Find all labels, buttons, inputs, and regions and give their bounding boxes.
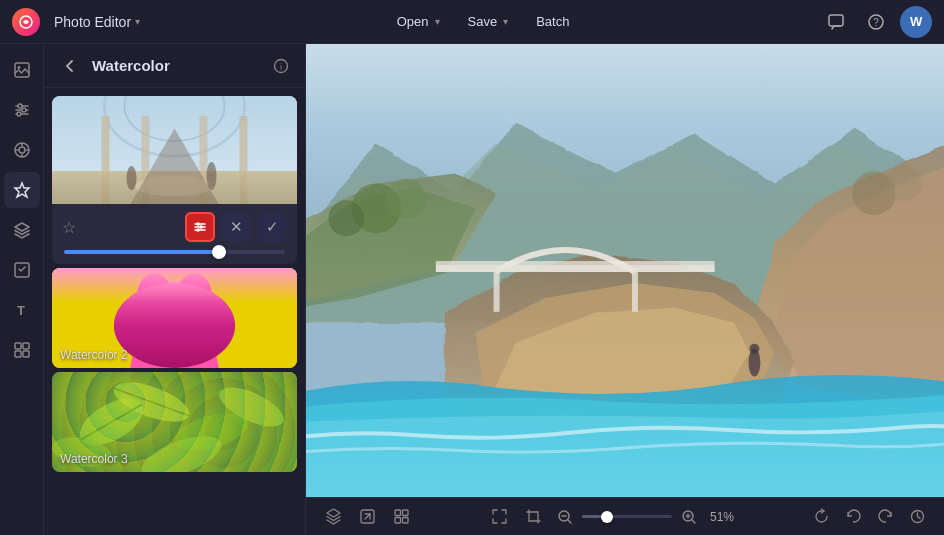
cancel-button[interactable]: ✕ (221, 212, 251, 242)
svg-point-50 (179, 311, 187, 317)
svg-rect-74 (632, 272, 638, 312)
svg-rect-88 (395, 518, 401, 524)
svg-rect-33 (52, 171, 297, 204)
panel-back-button[interactable] (56, 52, 84, 80)
topbar: Photo Editor ▾ Open ▾ Save ▾ Batch ? (0, 0, 944, 44)
svg-text:i: i (280, 62, 282, 72)
zoom-slider-track[interactable] (582, 515, 672, 518)
preset-item-dlx4[interactable]: ☆ ✕ ✓ (52, 96, 297, 264)
sidebar-item-adjustments[interactable] (4, 92, 40, 128)
preset-wc2-label: Watercolor 2 (60, 348, 128, 362)
svg-point-59 (137, 428, 227, 472)
svg-point-46 (137, 273, 173, 323)
sidebar-item-more[interactable] (4, 332, 40, 368)
svg-point-40 (196, 222, 200, 226)
sidebar-item-filters[interactable] (4, 172, 40, 208)
panel: Watercolor i (44, 44, 306, 535)
svg-line-92 (568, 519, 572, 523)
history-icon-button[interactable] (902, 502, 932, 532)
sidebar-item-effects[interactable] (4, 132, 40, 168)
topbar-center-actions: Open ▾ Save ▾ Batch (385, 9, 582, 34)
open-button[interactable]: Open ▾ (385, 9, 452, 34)
save-button[interactable]: Save ▾ (456, 9, 521, 34)
svg-point-9 (18, 104, 22, 108)
svg-point-35 (127, 166, 137, 190)
svg-point-44 (130, 318, 220, 368)
main-area: T Watercolor i (0, 44, 944, 535)
panel-title: Watercolor (92, 57, 261, 74)
app-title-label: Photo Editor (54, 14, 131, 30)
svg-rect-21 (23, 343, 29, 349)
sliders-button[interactable] (185, 212, 215, 242)
sidebar-item-text[interactable]: T (4, 292, 40, 328)
svg-point-54 (72, 389, 151, 455)
svg-rect-72 (436, 265, 715, 272)
canvas-viewport (306, 44, 944, 497)
svg-line-61 (114, 388, 189, 415)
confirm-button[interactable]: ✓ (257, 212, 287, 242)
svg-point-34 (135, 176, 215, 196)
user-initial: W (910, 14, 922, 29)
redo-icon-button[interactable] (870, 502, 900, 532)
refresh-icon-button[interactable] (806, 502, 836, 532)
preset-controls-row: ☆ ✕ ✓ (62, 212, 287, 242)
zoom-controls: 51% (552, 504, 738, 530)
svg-point-83 (749, 344, 759, 354)
crop-icon-button[interactable] (518, 502, 548, 532)
save-chevron-icon: ▾ (503, 16, 508, 27)
svg-point-41 (199, 225, 203, 229)
svg-point-57 (214, 380, 289, 435)
svg-point-36 (207, 162, 217, 190)
fullscreen-icon-button[interactable] (484, 502, 514, 532)
svg-point-10 (22, 108, 26, 112)
svg-rect-86 (395, 510, 401, 516)
app-logo (12, 8, 40, 36)
sidebar-item-mask[interactable] (4, 252, 40, 288)
export-icon-button[interactable] (352, 502, 382, 532)
sidebar-item-layers[interactable] (4, 212, 40, 248)
opacity-slider[interactable] (64, 250, 285, 254)
svg-text:?: ? (873, 17, 879, 28)
zoom-slider-thumb[interactable] (601, 511, 613, 523)
app-title-chevron-icon: ▾ (135, 16, 140, 27)
svg-point-5 (17, 66, 20, 69)
zoom-out-button[interactable] (552, 504, 578, 530)
svg-line-60 (81, 405, 142, 440)
zoom-in-button[interactable] (676, 504, 702, 530)
svg-point-45 (147, 281, 203, 345)
preset-thumbnail-wc2: Watercolor 2 (52, 268, 297, 368)
main-canvas (306, 44, 944, 497)
preset-item-wc3[interactable]: Watercolor 3 (52, 372, 297, 472)
user-avatar[interactable]: W (900, 6, 932, 38)
svg-point-11 (17, 112, 21, 116)
svg-rect-22 (15, 351, 21, 357)
panel-info-button[interactable]: i (269, 54, 293, 78)
svg-point-80 (886, 165, 922, 201)
svg-rect-73 (494, 272, 500, 312)
star-button[interactable]: ☆ (62, 218, 179, 237)
canvas-area: 51% (306, 44, 944, 535)
svg-point-13 (19, 147, 25, 153)
svg-point-48 (153, 290, 197, 342)
svg-point-51 (148, 319, 156, 327)
sidebar-item-image[interactable] (4, 52, 40, 88)
grid-icon-button[interactable] (386, 502, 416, 532)
preset-item-wc2[interactable]: Watercolor 2 (52, 268, 297, 368)
batch-button[interactable]: Batch (524, 9, 581, 34)
help-icon-button[interactable]: ? (860, 6, 892, 38)
panel-scroll-area: ☆ ✕ ✓ (44, 88, 305, 535)
bottom-bar: 51% (306, 497, 944, 535)
preset-thumbnail-wc3: Watercolor 3 (52, 372, 297, 472)
svg-point-52 (195, 323, 201, 329)
app-title-button[interactable]: Photo Editor ▾ (48, 10, 146, 34)
chat-icon-button[interactable] (820, 6, 852, 38)
undo-icon-button[interactable] (838, 502, 868, 532)
open-label: Open (397, 14, 429, 29)
svg-point-42 (196, 228, 200, 232)
layers-icon-button[interactable] (318, 502, 348, 532)
open-chevron-icon: ▾ (435, 16, 440, 27)
preset-wc3-label: Watercolor 3 (60, 452, 128, 466)
svg-point-56 (171, 407, 253, 458)
svg-rect-31 (200, 116, 208, 204)
panel-header: Watercolor i (44, 44, 305, 88)
